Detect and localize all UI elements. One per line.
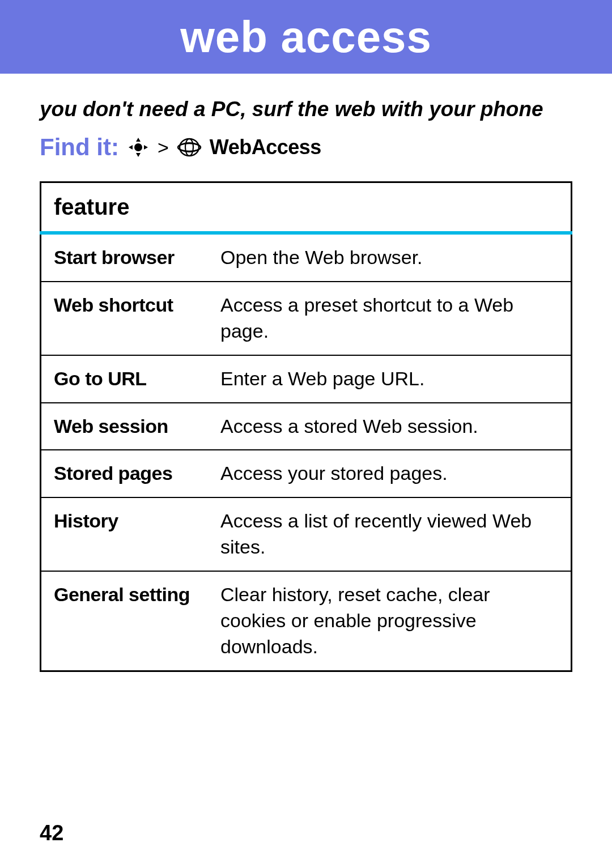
feature-desc: Access your stored pages. bbox=[208, 450, 572, 497]
svg-point-8 bbox=[145, 147, 146, 148]
feature-desc: Enter a Web page URL. bbox=[208, 355, 572, 403]
feature-name: Web session bbox=[41, 403, 209, 450]
feature-name: Stored pages bbox=[41, 450, 209, 497]
table-row: History Access a list of recently viewed… bbox=[41, 497, 572, 571]
find-it-line: Find it: > Web bbox=[40, 134, 572, 161]
svg-point-10 bbox=[185, 139, 193, 156]
page-number: 42 bbox=[40, 821, 63, 845]
feature-desc: Access a preset shortcut to a Web page. bbox=[208, 282, 572, 355]
breadcrumb-separator: > bbox=[158, 137, 169, 159]
table-header: feature bbox=[41, 182, 572, 233]
nav-key-icon bbox=[127, 136, 150, 159]
find-it-label: Find it: bbox=[40, 134, 119, 161]
feature-desc: Clear history, reset cache, clear cookie… bbox=[208, 571, 572, 671]
feature-name: Web shortcut bbox=[41, 282, 209, 355]
table-row: Go to URL Enter a Web page URL. bbox=[41, 355, 572, 403]
svg-point-11 bbox=[178, 143, 201, 151]
feature-name: Go to URL bbox=[41, 355, 209, 403]
header-bar: web access bbox=[0, 0, 612, 74]
svg-point-0 bbox=[134, 143, 142, 151]
svg-point-9 bbox=[180, 139, 199, 156]
feature-desc: Access a list of recently viewed Web sit… bbox=[208, 497, 572, 571]
feature-name: History bbox=[41, 497, 209, 571]
table-row: General setting Clear history, reset cac… bbox=[41, 571, 572, 671]
feature-name: Start browser bbox=[41, 233, 209, 282]
webaccess-icon bbox=[177, 137, 202, 158]
svg-point-7 bbox=[130, 147, 131, 148]
content-area: you don't need a PC, surf the web with y… bbox=[0, 74, 612, 672]
table-row: Web session Access a stored Web session. bbox=[41, 403, 572, 450]
feature-name: General setting bbox=[41, 571, 209, 671]
feature-desc: Open the Web browser. bbox=[208, 233, 572, 282]
svg-point-6 bbox=[138, 154, 139, 155]
feature-desc: Access a stored Web session. bbox=[208, 403, 572, 450]
tagline: you don't need a PC, surf the web with y… bbox=[40, 97, 572, 121]
page-title: web access bbox=[180, 11, 432, 63]
table-row: Stored pages Access your stored pages. bbox=[41, 450, 572, 497]
table-row: Web shortcut Access a preset shortcut to… bbox=[41, 282, 572, 355]
find-it-target: WebAccess bbox=[210, 135, 321, 159]
svg-point-5 bbox=[138, 139, 139, 141]
feature-table: feature Start browser Open the Web brows… bbox=[40, 181, 572, 672]
table-row: Start browser Open the Web browser. bbox=[41, 233, 572, 282]
